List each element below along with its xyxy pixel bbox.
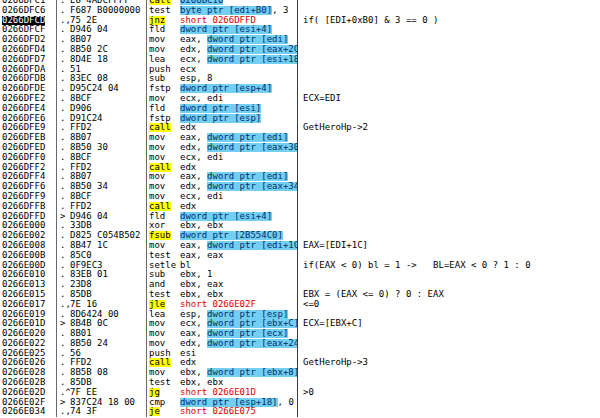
disasm-row[interactable]: 0266E028.8B5B 08movebx, dword ptr [ebx+8… [0,368,600,378]
hex-bytes-cell: F687 B0000000 03 [70,6,147,16]
disasm-row[interactable]: 0266DFDE.D95C24 04fstpdword ptr [esp+4] [0,84,600,94]
disasm-row[interactable]: 0266E015.85DBtestebx, ebxEBX = (EAX <= 0… [0,290,600,300]
disasm-row[interactable]: 0266DFD7.8D4E 18leaecx, dword ptr [esi+1… [0,55,600,65]
hex-bytes-cell: 8B5B 08 [70,368,147,378]
memory-operand: dword ptr [edi] [207,133,288,142]
mnemonic: mov [147,241,180,251]
disasm-row[interactable]: 0266DFE6.D91C24fstpdword ptr [esp] [0,114,600,124]
disasm-row[interactable]: 0266DFD2.8B07moveax, dword ptr [edi] [0,35,600,45]
operand-text: edx [180,358,196,367]
operand-text: eax, eax [180,251,223,260]
disassembly-cell: calledx [147,163,298,173]
disasm-row[interactable]: 0266E022.8B50 24movedx, dword ptr [eax+2… [0,339,600,349]
disasm-row[interactable]: 0266E002.D825 C054B502fsubdword ptr [2B5… [0,231,600,241]
jump-target: short 0266E02F [180,300,256,309]
disasm-row[interactable]: 0266DFFD>D946 04flddword ptr [esi+4] [0,212,600,222]
address-cell: 0266DFD2 [0,35,57,45]
address-cell: 0266DFF6 [0,182,57,192]
mnemonic: lea [147,55,180,65]
disasm-row[interactable]: 0266E02B.85DBtestebx, ebx [0,378,600,388]
disasm-row[interactable]: 0266DFD4.8B50 2Cmovedx, dword ptr [eax+2… [0,45,600,55]
operands: ecx, edi [180,192,297,202]
operand-text: ecx, [180,319,207,328]
operand-text: edx [180,202,196,211]
operand-text: ebx, 1 [180,270,213,279]
flow-flag-cell: . [57,368,70,378]
comment-cell: ECX=EDI [298,94,600,104]
disasm-row[interactable]: 0266DFE9.FFD2calledxGetHeroHp->2 [0,123,600,133]
memory-operand: dword ptr [edi+1C] [207,241,297,250]
disasm-row[interactable]: 0266DFE2.8BCFmovecx, ediECX=EDI [0,94,600,104]
mnemonic: sub [147,74,180,84]
flow-flag-cell: . [57,290,70,300]
disassembly-cell: movedx, dword ptr [eax+24] [147,339,298,349]
disasm-row[interactable]: 0266DFF2.FFD2calledx [0,163,600,173]
flow-flag-cell: > [57,319,70,329]
disasm-row[interactable]: 0266E02D.^7F EEjgshort 0266E01D>0 [0,388,600,398]
disassembly-cell: movedx, dword ptr [eax+2C] [147,45,298,55]
hex-bytes-cell: 56 [70,349,147,359]
memory-operand: dword ptr [esi+4] [180,212,272,221]
disasm-row[interactable]: 0266E00B.85C0testeax, eax [0,251,600,261]
disasm-row[interactable]: 0266DFCD.,75 2Ejnzshort 0266DFFDif( [EDI… [0,16,600,26]
comment-cell [298,163,600,173]
address-cell: 0266E028 [0,368,57,378]
mnemonic: mov [147,35,180,45]
address-cell: 0266DFDA [0,65,57,75]
flow-flag-cell: ., [57,300,70,310]
comment-cell [298,231,600,241]
disasm-row[interactable]: 0266E01D>8B4B 0Cmovecx, dword ptr [ebx+C… [0,319,600,329]
mnemonic: jle [147,300,180,310]
disasm-row[interactable]: 0266DFF0.8BCFmovecx, edi [0,153,600,163]
hex-bytes-cell: 8B50 2C [70,45,147,55]
disasm-row[interactable]: 0266DFF6.8B50 34movedx, dword ptr [eax+3… [0,182,600,192]
disassembly-cell: moveax, dword ptr [ecx] [147,329,298,339]
disasm-row[interactable]: 0266E020.8B01moveax, dword ptr [ecx] [0,329,600,339]
address-cell: 0266E02D [0,388,57,398]
disasm-row[interactable]: 0266E026.FFD2calledxGetHeroHp->3 [0,358,600,368]
disasm-row[interactable]: 0266DFEB.8B07moveax, dword ptr [edi] [0,133,600,143]
address-cell: 0266E020 [0,329,57,339]
disasm-row[interactable]: 0266E025.56pushesi [0,349,600,359]
disasm-row[interactable]: 0266E019.8D6424 00leaesp, dword ptr [esp… [0,310,600,320]
disasm-row[interactable]: 0266E013.23D8andebx, eax [0,280,600,290]
address-cell: 0266E000 [0,221,57,231]
operands: ebx, ebx [180,378,297,388]
disasm-row[interactable]: 0266DFDB.83EC 08subesp, 8 [0,74,600,84]
disasm-row[interactable]: 0266E008.8B47 1Cmoveax, dword ptr [edi+1… [0,241,600,251]
mnemonic: mov [147,182,180,192]
disasm-row[interactable]: 0266E010.83EB 01subebx, 1 [0,270,600,280]
comment-cell: >0 [298,388,600,398]
disasm-row[interactable]: 0266E000.33DBxorebx, ebx [0,221,600,231]
disasm-row[interactable]: 0266E00D.0F9EC3setleblif(EAX < 0) bl = 1… [0,261,600,271]
comment-cell [298,114,600,124]
operands: short 0266E01D [180,388,297,398]
disasm-row[interactable]: 0266E02F>837C24 18 00cmpdword ptr [esp+1… [0,398,600,408]
disasm-row[interactable]: 0266DFE4.D906flddword ptr [esi] [0,104,600,114]
operand-text: eax, [180,133,207,142]
hex-bytes-cell: 8B50 24 [70,339,147,349]
disassembly-cell: jeshort 0266E075 [147,407,298,417]
disassembly-cell: moveax, dword ptr [edi] [147,172,298,182]
disasm-row[interactable]: 0266E017.,7E 16jleshort 0266E02F<=0 [0,300,600,310]
operands: byte ptr [edi+B0], 3 [180,6,297,16]
flow-flag-cell: . [57,133,70,143]
jump-target: short 0266E075 [180,407,256,416]
hex-bytes-cell: D906 [70,104,147,114]
memory-operand: dword ptr [eax+24] [207,339,297,348]
disasm-row[interactable]: 0266DFF4.8B07moveax, dword ptr [edi] [0,172,600,182]
hex-bytes-cell: 837C24 18 00 [70,398,147,408]
hex-bytes-cell: 8B50 30 [70,143,147,153]
mnemonic: xor [147,221,180,231]
disasm-row[interactable]: 0266DFDA.51pushecx [0,65,600,75]
disasm-row[interactable]: 0266DFFB.FFD2calledx [0,202,600,212]
disasm-row[interactable]: 0266DFCF.D946 04flddword ptr [esi+4] [0,25,600,35]
disasm-row[interactable]: 0266E034.,74 3Fjeshort 0266E075 [0,407,600,417]
disasm-row[interactable]: 0266DFF9.8BCFmovecx, edi [0,192,600,202]
disasm-row[interactable]: 0266DFC6.F687 B0000000 03testbyte ptr [e… [0,6,600,16]
disasm-row[interactable]: 0266DFED.8B50 30movedx, dword ptr [eax+3… [0,143,600,153]
disassembly-cell: movecx, edi [147,192,298,202]
memory-operand: dword ptr [esp] [180,114,261,123]
hex-bytes-cell: 85DB [70,378,147,388]
comment-cell [298,368,600,378]
